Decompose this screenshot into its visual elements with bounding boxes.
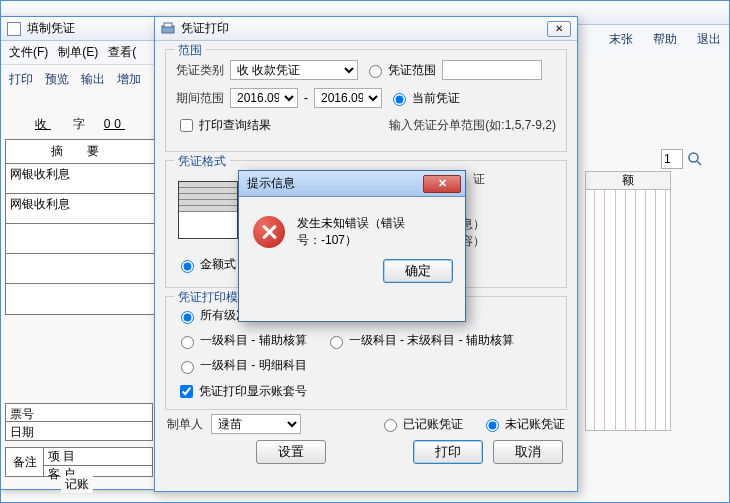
print-title: 凭证打印 [181,20,229,37]
voucher-entry-window: 填制凭证 文件(F) 制单(E) 查看( 打印 预览 输出 增加 收 字 00 … [0,16,160,490]
tpl-l1detail-radio[interactable]: 一级科目 - 明细科目 [176,357,307,374]
ticket-label: 票号 [6,404,152,422]
error-title-bar: 提示信息 ✕ [239,171,465,197]
maker-label: 制单人 [167,416,203,433]
tool-add[interactable]: 增加 [117,71,141,88]
voucher-type-label: 凭证类别 [176,62,224,79]
error-message: 发生未知错误（错误号：-107） [297,215,451,249]
svg-rect-3 [164,23,172,27]
amount-format-radio[interactable]: 金额式 [176,256,236,273]
remark-label: 备注 [6,448,44,476]
svg-line-1 [697,161,701,165]
summary-row-5[interactable] [6,284,154,314]
summary-header: 摘 要 [6,140,154,164]
template-legend: 凭证打印模 [174,289,242,306]
date-label: 日期 [6,422,152,440]
print-query-checkbox[interactable]: 打印查询结果 [176,116,271,135]
summary-row-3[interactable] [6,224,154,254]
tpl-l1lastaux-radio[interactable]: 一级科目 - 末级科目 - 辅助核算 [325,332,514,349]
voucher-type-label: 收 字 00 [1,116,159,133]
app-icon [7,22,21,36]
search-icon[interactable] [687,151,703,167]
summary-table: 摘 要 网银收利息 网银收利息 [5,139,155,315]
tool-preview[interactable]: 预览 [45,71,69,88]
amount-grid: 额 [585,171,671,431]
tpl-l1aux-radio[interactable]: 一级科目 - 辅助核算 [176,332,307,349]
range-hint: 输入凭证分单范围(如:1,5,7-9,2) [277,117,556,134]
range-text[interactable] [442,60,542,80]
cancel-button[interactable]: 取消 [493,440,563,464]
error-ok-button[interactable]: 确定 [383,259,453,283]
entry-title-bar: 填制凭证 [1,17,159,41]
posting-label: 记账 [61,476,93,493]
toolbar-help[interactable]: 帮助 [653,31,677,48]
entry-menu-bar: 文件(F) 制单(E) 查看( [1,41,159,65]
menu-make[interactable]: 制单(E) [58,44,98,61]
period-label: 期间范围 [176,90,224,107]
maker-row: 制单人 逯苗 已记账凭证 未记账凭证 [167,414,565,434]
svg-point-0 [689,153,698,162]
menu-view[interactable]: 查看( [108,44,136,61]
posted-radio[interactable]: 已记账凭证 [379,416,463,433]
settings-button[interactable]: 设置 [256,440,326,464]
print-title-bar: 凭证打印 ✕ [155,17,577,41]
menu-file[interactable]: 文件(F) [9,44,48,61]
remark-block: 备注 项 目 客 户 [5,447,153,477]
ticket-block: 票号 日期 [5,403,153,441]
range-radio[interactable]: 凭证范围 [364,62,436,79]
close-button[interactable]: ✕ [547,21,571,37]
entry-toolbar: 打印 预览 输出 增加 [1,65,159,94]
current-radio[interactable]: 当前凭证 [388,90,460,107]
item-label: 项 目 [44,448,152,466]
summary-row-1[interactable]: 网银收利息 [6,164,154,194]
period-from[interactable]: 2016.09 [230,88,298,108]
period-to[interactable]: 2016.09 [314,88,382,108]
error-close-button[interactable]: ✕ [423,175,461,193]
voucher-type-select[interactable]: 收 收款凭证 [230,60,358,80]
summary-row-4[interactable] [6,254,154,284]
range-legend: 范围 [174,42,206,59]
print-icon [161,22,175,36]
tool-output[interactable]: 输出 [81,71,105,88]
unposted-radio[interactable]: 未记账凭证 [481,416,565,433]
format-preview [178,181,238,239]
error-icon [253,216,285,248]
page-input[interactable] [661,149,683,169]
toolbar-exit[interactable]: 退出 [697,31,721,48]
maker-select[interactable]: 逯苗 [211,414,301,434]
tool-print[interactable]: 打印 [9,71,33,88]
summary-row-2[interactable]: 网银收利息 [6,194,154,224]
toolbar-lastpage[interactable]: 末张 [609,31,633,48]
show-book-checkbox[interactable]: 凭证打印显示账套号 [176,382,307,401]
entry-title: 填制凭证 [27,20,75,37]
format-legend: 凭证格式 [174,153,230,170]
grid-header: 额 [586,172,670,190]
page-control [661,149,703,169]
range-group: 范围 凭证类别 收 收款凭证 凭证范围 期间范围 2016.09 - 2016.… [165,49,567,152]
print-button[interactable]: 打印 [413,440,483,464]
error-title: 提示信息 [247,175,295,192]
error-dialog: 提示信息 ✕ 发生未知错误（错误号：-107） 确定 [238,170,466,322]
